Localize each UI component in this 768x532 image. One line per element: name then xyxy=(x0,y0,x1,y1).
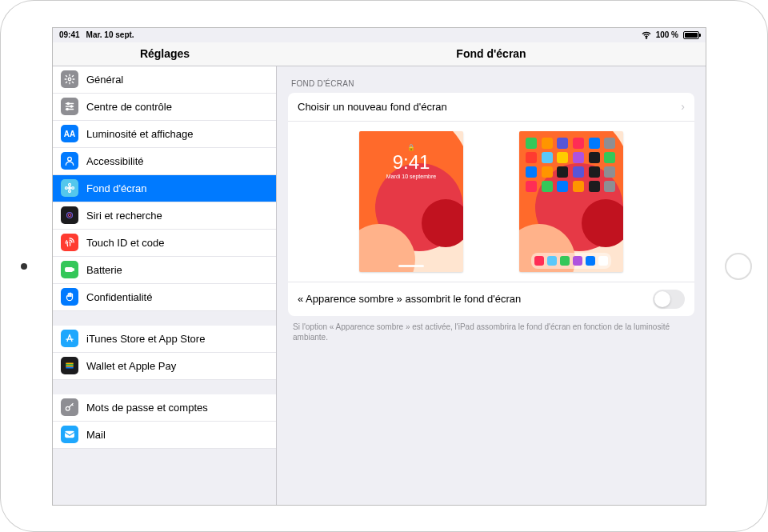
battery-icon xyxy=(61,261,78,278)
sidebar-item-label: Mots de passe et comptes xyxy=(86,402,208,414)
dock-app-icon xyxy=(560,256,570,266)
AA-icon: AA xyxy=(61,125,78,142)
main-pane: FOND D'ÉCRAN Choisir un nouveau fond d'é… xyxy=(277,66,706,505)
home-screen-preview[interactable] xyxy=(519,131,623,272)
status-bar: 09:41 Mar. 10 sept. 100 % xyxy=(53,28,706,42)
app-icon xyxy=(589,152,600,163)
wallpaper-group: Choisir un nouveau fond d'écran › 🔒 xyxy=(288,93,694,316)
sidebar-item-general[interactable]: Général xyxy=(53,66,276,94)
dock xyxy=(531,253,611,269)
svg-rect-20 xyxy=(66,364,73,366)
app-icon xyxy=(526,181,537,192)
app-icon xyxy=(557,152,568,163)
app-icon xyxy=(573,152,584,163)
svg-point-9 xyxy=(69,187,71,190)
siri-icon xyxy=(61,206,78,224)
svg-point-11 xyxy=(69,190,71,193)
sidebar-item-label: Général xyxy=(86,74,123,86)
sidebar-item-label: Siri et recherche xyxy=(86,210,162,222)
svg-rect-18 xyxy=(73,269,74,270)
svg-rect-22 xyxy=(66,367,73,369)
settings-sidebar[interactable]: GénéralCentre de contrôleAALuminosité et… xyxy=(53,66,277,505)
app-icon xyxy=(589,181,600,192)
hand-icon xyxy=(61,288,78,306)
sidebar-item-label: Centre de contrôle xyxy=(86,101,172,113)
lock-icon: 🔒 xyxy=(359,144,463,151)
choose-wallpaper-cell[interactable]: Choisir un nouveau fond d'écran › xyxy=(288,93,694,122)
sidebar-item-mail[interactable]: Mail xyxy=(53,422,276,449)
sidebar-item-wallet[interactable]: Wallet et Apple Pay xyxy=(53,353,276,380)
app-icon xyxy=(589,166,600,178)
app-icon xyxy=(589,138,600,149)
sidebar-item-label: Fond d'écran xyxy=(86,182,146,194)
sidebar-item-touchid[interactable]: Touch ID et code xyxy=(53,230,276,257)
headers-row: Réglages Fond d'écran xyxy=(53,42,706,66)
sidebar-item-label: Confidentialité xyxy=(86,291,152,303)
wallpaper-previews: 🔒 9:41 Mardi 10 septembre xyxy=(288,122,694,282)
group-spacer xyxy=(53,311,276,326)
svg-point-0 xyxy=(646,37,646,38)
app-icon xyxy=(604,181,615,192)
app-icon xyxy=(604,166,615,178)
sidebar-title: Réglages xyxy=(53,42,277,66)
ipad-frame: 09:41 Mar. 10 sept. 100 % Réglages Fond … xyxy=(0,0,768,532)
section-header: FOND D'ÉCRAN xyxy=(288,66,694,93)
sidebar-item-siri[interactable]: Siri et recherche xyxy=(53,202,276,230)
dark-appearance-footnote: Si l'option « Apparence sombre » est act… xyxy=(288,316,694,343)
sidebar-item-control-center[interactable]: Centre de contrôle xyxy=(53,94,276,121)
sidebar-item-label: Wallet et Apple Pay xyxy=(86,360,176,372)
appstore-icon xyxy=(61,330,78,347)
camera-dot xyxy=(21,263,27,270)
dark-appearance-toggle[interactable] xyxy=(653,290,685,309)
app-icon xyxy=(542,181,553,192)
svg-point-8 xyxy=(68,157,72,161)
sidebar-item-accessibility[interactable]: Accessibilité xyxy=(53,148,276,175)
dock-app-icon xyxy=(598,256,608,266)
svg-rect-17 xyxy=(66,268,73,272)
sliders-icon xyxy=(61,98,78,115)
sidebar-item-label: Accessibilité xyxy=(86,155,144,167)
svg-rect-21 xyxy=(66,366,73,367)
svg-point-13 xyxy=(72,187,74,190)
lock-home-indicator xyxy=(359,265,463,267)
svg-point-10 xyxy=(69,183,71,186)
sidebar-item-label: Touch ID et code xyxy=(86,237,165,249)
svg-point-6 xyxy=(70,106,72,107)
app-icon xyxy=(604,152,615,163)
lock-time: 9:41 xyxy=(359,153,463,172)
chevron-right-icon: › xyxy=(681,100,685,113)
sidebar-item-label: iTunes Store et App Store xyxy=(86,333,205,345)
sidebar-item-privacy[interactable]: Confidentialité xyxy=(53,284,276,311)
app-icon xyxy=(573,181,584,192)
main-title: Fond d'écran xyxy=(277,42,706,66)
dock-app-icon xyxy=(586,256,595,266)
sidebar-item-wallpaper[interactable]: Fond d'écran xyxy=(53,175,276,202)
wallet-icon xyxy=(61,357,78,374)
sidebar-item-label: Luminosité et affichage xyxy=(86,128,193,140)
battery-icon xyxy=(683,31,699,39)
fingerprint-icon xyxy=(61,234,78,251)
screen: 09:41 Mar. 10 sept. 100 % Réglages Fond … xyxy=(52,27,706,506)
mail-icon xyxy=(61,426,78,443)
svg-rect-24 xyxy=(66,432,74,438)
svg-point-14 xyxy=(65,210,74,220)
status-date: Mar. 10 sept. xyxy=(86,30,134,39)
dock-app-icon xyxy=(573,256,582,266)
home-button[interactable] xyxy=(725,253,752,280)
gear-icon xyxy=(61,70,78,88)
app-icon xyxy=(557,181,568,192)
app-icon xyxy=(557,166,568,178)
app-icon xyxy=(526,138,537,149)
sidebar-item-display[interactable]: AALuminosité et affichage xyxy=(53,121,276,148)
svg-point-1 xyxy=(68,78,71,81)
sidebar-item-battery[interactable]: Batterie xyxy=(53,257,276,284)
dark-appearance-label: « Apparence sombre » assombrit le fond d… xyxy=(298,293,521,305)
sidebar-item-itunes[interactable]: iTunes Store et App Store xyxy=(53,326,276,353)
lock-screen-preview[interactable]: 🔒 9:41 Mardi 10 septembre xyxy=(359,131,463,272)
app-icon xyxy=(604,138,615,149)
app-icon xyxy=(542,166,553,178)
app-icon xyxy=(573,166,584,178)
sidebar-item-passwords[interactable]: Mots de passe et comptes xyxy=(53,394,276,422)
lock-screen-overlay: 🔒 9:41 Mardi 10 septembre xyxy=(359,144,463,179)
dock-app-icon xyxy=(547,256,557,266)
